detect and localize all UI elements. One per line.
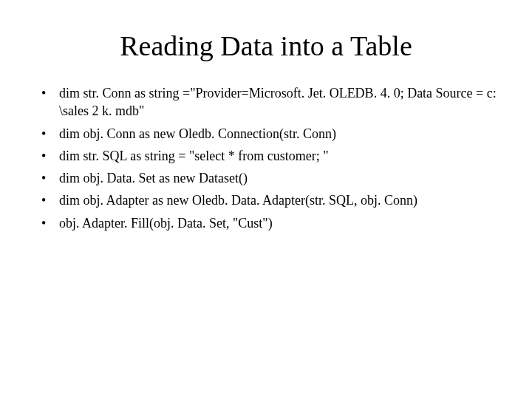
slide-title: Reading Data into a Table bbox=[30, 30, 502, 62]
list-item: dim obj. Adapter as new Oledb. Data. Ada… bbox=[37, 191, 502, 209]
list-item: dim obj. Data. Set as new Dataset() bbox=[37, 169, 502, 187]
bullet-list: dim str. Conn as string ="Provider=Micro… bbox=[37, 84, 502, 232]
slide: Reading Data into a Table dim str. Conn … bbox=[0, 0, 532, 399]
list-item: obj. Adapter. Fill(obj. Data. Set, "Cust… bbox=[37, 214, 502, 232]
list-item: dim obj. Conn as new Oledb. Connection(s… bbox=[37, 125, 502, 143]
list-item: dim str. SQL as string = "select * from … bbox=[37, 147, 502, 165]
list-item: dim str. Conn as string ="Provider=Micro… bbox=[37, 84, 502, 120]
